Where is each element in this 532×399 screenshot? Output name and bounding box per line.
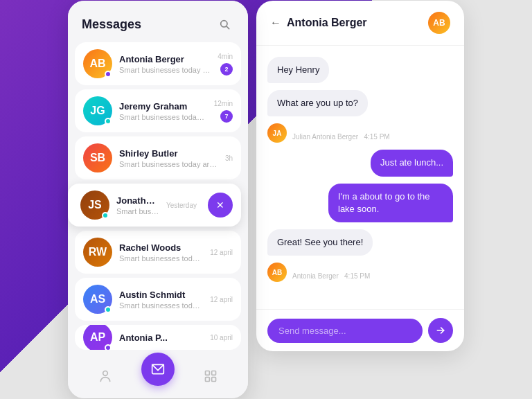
message-meta: 12 april — [210, 296, 233, 303]
list-item[interactable]: RW Rachel Woods Smart businesses today a… — [75, 231, 241, 274]
message-meta: 10 april — [210, 334, 233, 342]
message-content: Rachel Woods Smart businesses today are.… — [119, 242, 203, 263]
message-time: 12 april — [210, 249, 233, 256]
message-time: 4min — [218, 53, 233, 60]
status-dot — [105, 344, 112, 350]
list-item[interactable]: AP Antonia P... 10 april — [75, 325, 241, 350]
chat-sender-avatar: JA — [267, 123, 287, 143]
avatar-wrap: AP — [83, 325, 112, 350]
contact-name: Antonia P... — [119, 332, 203, 343]
message-preview: Smart businesses today are... — [116, 207, 159, 215]
chat-panel: ← Antonia Berger AB Hey Henry What are y… — [256, 1, 464, 351]
message-content: Austin Schmidt Smart businesses today ar… — [119, 290, 203, 310]
contact-name: Antonia Berger — [119, 54, 211, 64]
avatar-wrap: AS — [83, 285, 112, 314]
contact-name: Austin Schmidt — [119, 290, 203, 300]
chat-bubble: Just ate lunch... — [371, 150, 453, 176]
bottom-nav — [68, 357, 248, 398]
nav-person-icon[interactable] — [94, 365, 116, 387]
status-dot — [105, 118, 112, 125]
avatar: RW — [83, 238, 112, 267]
messages-title: Messages — [82, 17, 141, 32]
avatar-wrap: SB — [83, 143, 112, 172]
message-meta: 3h — [225, 154, 233, 162]
message-preview: Smart businesses today are... — [119, 160, 218, 168]
chat-contact-avatar: AB — [428, 12, 450, 34]
back-button[interactable]: ← — [270, 17, 281, 29]
chat-bubble: Hey Henry — [267, 57, 329, 83]
message-preview: Smart businesses today are... — [119, 254, 203, 263]
messages-panel: Messages AB Antonia Berger Smart busines… — [68, 1, 248, 398]
sender-info: Antonia Berger 4:15 PM — [292, 272, 370, 282]
message-time: 3h — [225, 154, 233, 162]
chat-bubble: What are you up to? — [267, 90, 368, 116]
svg-point-2 — [103, 371, 108, 376]
avatar-wrap: JS — [80, 190, 109, 220]
list-item[interactable]: JG Jeremy Graham Smart businesses today … — [75, 89, 241, 132]
send-button[interactable] — [428, 318, 453, 343]
sender-name-time: Julian Antonia Berger 4:15 PM — [292, 133, 390, 141]
chat-input-area — [256, 309, 464, 351]
search-button[interactable] — [215, 15, 234, 34]
avatar-wrap: AB — [83, 49, 112, 78]
messages-header: Messages — [68, 1, 248, 42]
message-input[interactable] — [267, 319, 423, 343]
avatar-wrap: JG — [83, 96, 112, 125]
svg-rect-6 — [206, 378, 210, 382]
unread-badge: 2 — [220, 63, 233, 76]
svg-rect-5 — [212, 371, 216, 375]
message-content: Shirley Butler Smart businesses today ar… — [119, 148, 218, 168]
status-dot — [105, 306, 112, 313]
contact-name: Jonathan Spencer — [116, 195, 159, 206]
message-content: Antonia P... — [119, 332, 203, 343]
chat-header-left: ← Antonia Berger — [270, 17, 367, 29]
nav-grid-icon[interactable] — [200, 365, 222, 387]
list-item[interactable]: SB Shirley Butler Smart businesses today… — [75, 136, 241, 179]
nav-mail-icon[interactable] — [141, 353, 175, 386]
message-preview: Smart businesses today are... — [119, 113, 207, 121]
chat-bubble-with-avatar: JA Julian Antonia Berger 4:15 PM — [267, 123, 390, 143]
contact-name: Rachel Woods — [119, 242, 203, 253]
contact-name: Jeremy Graham — [119, 101, 207, 112]
delete-button[interactable]: ✕ — [208, 193, 233, 218]
list-item-highlighted[interactable]: JS Jonathan Spencer Smart businesses tod… — [68, 184, 241, 227]
chat-contact-name: Antonia Berger — [287, 17, 367, 29]
chat-sender-avatar: AB — [267, 263, 287, 282]
message-meta: 12 april — [210, 249, 233, 256]
status-dot — [102, 212, 109, 219]
unread-badge: 7 — [220, 110, 233, 123]
message-time: 12min — [214, 100, 233, 107]
contact-name: Shirley Butler — [119, 148, 218, 159]
svg-rect-7 — [212, 378, 216, 382]
list-item[interactable]: AS Austin Schmidt Smart businesses today… — [75, 278, 241, 321]
message-list: AB Antonia Berger Smart businesses today… — [68, 42, 248, 357]
message-time: 10 april — [210, 334, 233, 342]
sender-name-time: Antonia Berger 4:15 PM — [292, 272, 370, 280]
message-content: Antonia Berger Smart businesses today ar… — [119, 54, 211, 74]
status-dot — [105, 71, 112, 78]
message-content: Jonathan Spencer Smart businesses today … — [116, 195, 159, 215]
chat-bubble-with-avatar: AB Antonia Berger 4:15 PM — [267, 263, 370, 282]
chat-bubble: Great! See you there! — [267, 229, 373, 256]
message-meta: 4min 2 — [218, 53, 233, 76]
message-meta: 12min 7 — [214, 100, 233, 123]
message-preview: Smart businesses today are... — [119, 66, 211, 74]
message-time: 12 april — [210, 296, 233, 303]
message-time: Yesterday — [166, 202, 197, 209]
svg-rect-4 — [206, 371, 210, 375]
message-meta: Yesterday — [166, 202, 197, 209]
avatar: SB — [83, 143, 112, 172]
sender-info: Julian Antonia Berger 4:15 PM — [292, 133, 390, 143]
chat-messages: Hey Henry What are you up to? JA Julian … — [256, 46, 464, 309]
chat-header: ← Antonia Berger AB — [256, 1, 464, 46]
chat-bubble: I'm a about to go to the lake soon. — [328, 184, 453, 222]
avatar-wrap: RW — [83, 238, 112, 267]
message-preview: Smart businesses today are... — [119, 301, 203, 310]
list-item[interactable]: AB Antonia Berger Smart businesses today… — [75, 42, 241, 85]
message-content: Jeremy Graham Smart businesses today are… — [119, 101, 207, 121]
svg-line-1 — [227, 26, 229, 29]
